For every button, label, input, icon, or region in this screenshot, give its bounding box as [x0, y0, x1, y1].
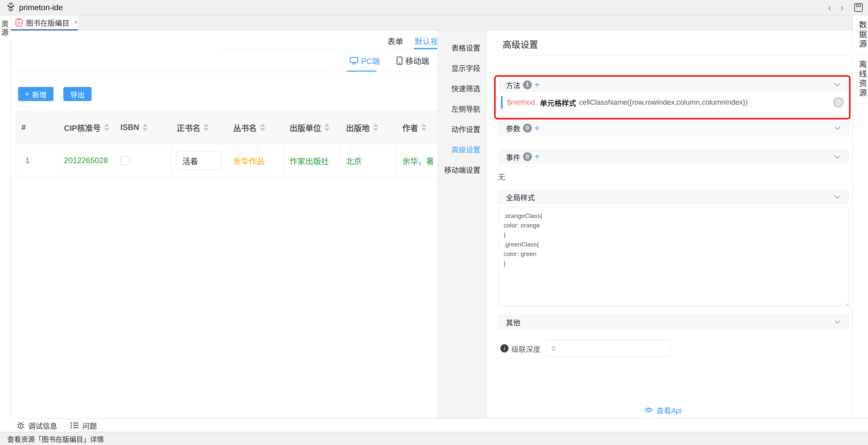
method-name: 单元格样式: [540, 97, 576, 108]
left-rail-item-resources[interactable]: 资源: [1, 20, 9, 37]
debug-info-button[interactable]: 调试信息: [17, 420, 57, 431]
cell-index: 1: [16, 144, 59, 177]
left-rail: 资源: [0, 15, 11, 432]
other-section-label: 其他: [506, 317, 520, 327]
column-header-index: #: [16, 111, 59, 144]
add-method-icon[interactable]: +: [534, 80, 540, 90]
column-header-cip[interactable]: CIP核准号: [59, 111, 115, 144]
sort-icon[interactable]: [324, 123, 330, 131]
add-param-icon[interactable]: +: [534, 123, 540, 133]
status-bar: 查看资源「图书在版编目」详情: [0, 432, 868, 445]
chevron-down-icon[interactable]: [834, 126, 841, 130]
column-header-place[interactable]: 出版地: [341, 111, 397, 144]
list-icon: [70, 422, 79, 429]
menu-item-advanced-settings[interactable]: 高级设置: [438, 139, 487, 159]
tab-pc[interactable]: PC端: [350, 55, 380, 66]
panel-title: 高级设置: [503, 38, 538, 51]
settings-menu: 表格设置 显示字段 快速筛选 左侧导航 动作设置 高级设置 移动端设置: [438, 31, 487, 418]
data-grid: # CIP核准号 ISBN 正书名 丛书名 出版单位 出版地 作者 1 2012…: [16, 110, 437, 177]
problems-label: 问题: [83, 420, 97, 431]
column-header-publisher[interactable]: 出版单位: [284, 111, 341, 144]
delete-method-button[interactable]: [833, 97, 844, 108]
sort-icon[interactable]: [204, 123, 209, 131]
divider: [498, 184, 849, 185]
debug-toolbar: 调试信息 问题: [0, 419, 868, 432]
problems-button[interactable]: 问题: [70, 420, 97, 431]
menu-item-quick-filter[interactable]: 快速筛选: [438, 78, 487, 98]
tab-default-view[interactable]: 默认视图: [415, 35, 437, 46]
sort-icon[interactable]: [260, 123, 265, 131]
menu-item-table-settings[interactable]: 表格设置: [438, 37, 487, 57]
column-header-isbn[interactable]: ISBN: [115, 111, 172, 144]
close-icon[interactable]: ×: [74, 18, 78, 27]
sort-icon[interactable]: [143, 123, 148, 131]
event-empty-text: 无: [498, 171, 505, 182]
sort-icon[interactable]: [421, 123, 427, 131]
app-logo-icon: [6, 2, 16, 13]
menu-item-left-nav[interactable]: 左侧导航: [438, 98, 487, 119]
global-style-editor[interactable]: .orangeClass{ color: orange } .greenClas…: [498, 207, 849, 306]
chevron-down-icon[interactable]: [834, 83, 841, 87]
title-input[interactable]: [176, 151, 222, 170]
right-rail-item-offline-resources[interactable]: 离线资源: [852, 55, 868, 104]
global-style-section-header[interactable]: 全局样式: [498, 189, 849, 204]
menu-item-mobile-settings[interactable]: 移动端设置: [438, 159, 487, 180]
tab-book-cip[interactable]: 图书在版编目 ×: [11, 15, 78, 31]
info-icon: i: [500, 344, 508, 352]
bug-icon: [17, 421, 25, 430]
cell-publisher: 作家出版社: [284, 144, 341, 177]
add-event-icon[interactable]: +: [534, 152, 540, 162]
status-text: 查看资源「图书在版编目」详情: [7, 434, 104, 444]
tab-mobile[interactable]: 移动端: [397, 55, 429, 66]
cascade-depth-input[interactable]: [546, 340, 670, 357]
tab-form[interactable]: 表单: [388, 35, 403, 46]
cell-author: 余华，著: [397, 144, 437, 177]
nav-forward-icon[interactable]: ›: [836, 2, 848, 13]
chevron-down-icon[interactable]: [834, 155, 841, 159]
method-accent-bar: [501, 96, 503, 108]
method-section-header[interactable]: 方法 1 +: [498, 77, 849, 92]
eye-icon: [644, 407, 653, 413]
event-section-label: 事件: [506, 152, 520, 162]
grid-header-row: # CIP核准号 ISBN 正书名 丛书名 出版单位 出版地 作者: [16, 111, 437, 144]
sort-icon[interactable]: [104, 123, 109, 131]
sort-icon[interactable]: [373, 123, 378, 131]
add-button[interactable]: + 新增: [18, 87, 54, 101]
export-button[interactable]: 导出: [63, 87, 92, 101]
param-count-badge: 0: [523, 124, 532, 133]
right-rail: 数据源 离线资源: [852, 15, 868, 418]
method-prefix: $method.: [507, 98, 537, 107]
chevron-down-icon[interactable]: [834, 320, 841, 324]
column-header-author[interactable]: 作者: [397, 111, 437, 144]
view-api-label: 查看Api: [657, 405, 682, 415]
save-icon[interactable]: [854, 3, 863, 12]
isbn-checkbox[interactable]: [121, 156, 130, 165]
menu-item-display-fields[interactable]: 显示字段: [438, 57, 487, 78]
title-bar: primeton-ide ‹ ›: [0, 0, 868, 15]
nav-back-icon[interactable]: ‹: [823, 2, 836, 13]
cell-isbn: [115, 144, 172, 177]
global-style-label: 全局样式: [506, 192, 535, 202]
divider: [498, 142, 849, 142]
cell-series: 余华作品: [228, 144, 284, 177]
view-api-link[interactable]: 查看Api: [487, 405, 838, 415]
method-signature: cellClassName({row,rowIndex,column,colum…: [579, 98, 748, 107]
tab-pc-label: PC端: [361, 55, 380, 66]
debug-info-label: 调试信息: [28, 420, 57, 431]
chevron-down-icon[interactable]: [834, 195, 841, 199]
method-entry-row[interactable]: $method. 单元格样式 cellClassName({row,rowInd…: [498, 92, 849, 113]
param-section-header[interactable]: 参数 0 +: [498, 121, 849, 135]
event-section-header[interactable]: 事件 0 +: [498, 149, 849, 164]
cell-title: [172, 144, 228, 177]
settings-panel: 表格设置 显示字段 快速筛选 左侧导航 动作设置 高级设置 移动端设置 高级设置…: [437, 31, 852, 418]
table-row: 1 2012265028 余华作品 作家出版社 北京 余华，著: [16, 144, 437, 177]
main-content: 表单 默认视图 PC端 移动端: [11, 31, 437, 418]
view-tabs-divider: [222, 49, 437, 50]
divider: [498, 55, 849, 56]
other-section-header[interactable]: 其他: [498, 314, 849, 329]
column-header-title[interactable]: 正书名: [172, 111, 228, 144]
menu-item-action-settings[interactable]: 动作设置: [438, 119, 487, 139]
cascade-depth-row: i 级联深度: [500, 340, 670, 357]
column-header-series[interactable]: 丛书名: [228, 111, 284, 144]
right-rail-item-datasource[interactable]: 数据源: [852, 15, 868, 55]
